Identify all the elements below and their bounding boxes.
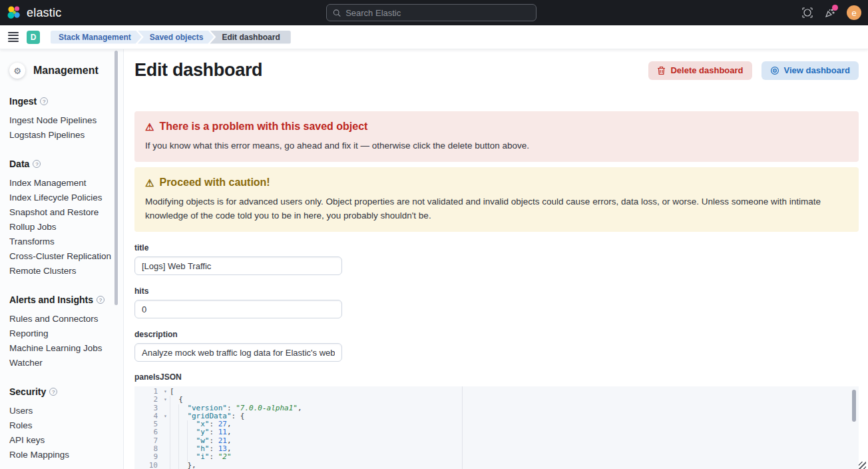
search-input[interactable] [345,8,530,18]
notification-dot [832,5,838,11]
title-field-group: title [134,243,859,275]
title-field-label: title [134,243,859,252]
sidebar-scrollbar[interactable] [114,51,118,305]
hits-field[interactable] [134,300,342,318]
line-number: 10 [134,462,161,469]
sidebar-item-api-keys[interactable]: API keys [9,433,114,448]
sidebar-item-index-lifecycle-policies[interactable]: Index Lifecycle Policies [9,191,114,205]
code-line: 9"i": "2" [134,453,859,461]
sidebar-item-watcher[interactable]: Watcher [9,356,114,370]
sidebar-item-transforms[interactable]: Transforms [9,234,114,249]
warning-icon: ⚠ [145,178,154,188]
sidebar-item-machine-learning-jobs[interactable]: Machine Learning Jobs [9,341,114,356]
space-avatar[interactable]: D [27,31,40,44]
description-field-group: description [134,330,859,362]
line-number: 9 [134,453,161,461]
fold-spacer [161,462,170,469]
brand-name: elastic [27,6,61,20]
sidebar-item-remote-clusters[interactable]: Remote Clusters [9,264,114,278]
view-dashboard-button[interactable]: View dashboard [761,61,859,80]
title-field[interactable] [134,256,342,275]
sidebar-item-index-management[interactable]: Index Management [9,176,114,191]
error-callout-body: If you know what this error means, go ah… [145,139,848,153]
sidebar-item-role-mappings[interactable]: Role Mappings [9,448,114,462]
breadcrumb-saved-objects[interactable]: Saved objects [138,31,214,44]
fold-spacer [161,404,170,412]
help-icon: ? [40,97,48,105]
sidebar-item-ingest-node-pipelines[interactable]: Ingest Node Pipelines [9,113,114,128]
search-icon [333,9,341,17]
code-line: 4▾"gridData": { [134,412,859,420]
fold-spacer [161,445,170,453]
management-sidebar: ⚙ Management Ingest?Ingest Node Pipeline… [0,49,124,469]
line-number: 2 [134,396,161,404]
global-search[interactable] [326,4,537,21]
sidebar-item-roles[interactable]: Roles [9,418,114,433]
top-header-bar: elastic e [0,0,868,25]
fold-spacer [161,420,170,428]
fold-arrow-icon[interactable]: ▾ [161,396,170,404]
warning-callout-title: Proceed with caution! [159,177,270,189]
sidebar-section-alerts-and-insights: Alerts and Insights? [9,294,114,305]
alert-icon: ⚠ [145,122,154,132]
panelsjson-label: panelsJSON [134,372,859,382]
code-line: 1▾[ [134,388,859,396]
sidebar-item-rules-and-connectors[interactable]: Rules and Connectors [9,312,114,326]
trash-icon [657,66,666,75]
fold-spacer [161,428,170,436]
user-avatar[interactable]: e [847,5,861,20]
fold-arrow-icon[interactable]: ▾ [161,388,170,396]
breadcrumb-bar: D Stack ManagementSaved objectsEdit dash… [0,25,868,49]
code-line: 6"y": 11, [134,428,859,436]
inspect-icon [770,66,779,75]
code-lines: 1▾[2▾{3"version": "7.0.0-alpha1",4▾"grid… [134,386,859,469]
code-line: 7"w": 21, [134,437,859,445]
editor-scrollbar[interactable] [852,390,856,422]
code-line: 10}, [134,462,859,469]
breadcrumb-edit-dashboard: Edit dashboard [210,31,290,44]
fold-arrow-icon[interactable]: ▾ [161,412,170,420]
newsfeed-icon[interactable] [824,7,836,19]
error-callout: ⚠ There is a problem with this saved obj… [134,111,859,162]
elastic-home-link[interactable]: elastic [0,5,61,20]
hits-field-group: hits [134,286,859,318]
fold-spacer [161,437,170,445]
warning-callout-body: Modifying objects is for advanced users … [145,195,848,223]
sidebar-section-ingest: Ingest? [9,96,114,107]
code-line: 5"x": 27, [134,420,859,428]
sidebar-item-reporting[interactable]: Reporting [9,326,114,341]
elastic-logo-icon [7,5,21,20]
hits-field-label: hits [134,286,859,296]
sidebar-section-data: Data? [9,159,114,169]
sidebar-item-rollup-jobs[interactable]: Rollup Jobs [9,220,114,234]
breadcrumbs: Stack ManagementSaved objectsEdit dashbo… [51,31,291,44]
fold-spacer [161,453,170,461]
delete-dashboard-button[interactable]: Delete dashboard [648,61,752,80]
sidebar-item-snapshot-and-restore[interactable]: Snapshot and Restore [9,205,114,220]
editor-resize-handle[interactable] [859,462,866,469]
description-field-label: description [134,330,859,339]
gear-icon: ⚙ [9,63,25,79]
line-number: 6 [134,428,161,436]
code-line: 8"h": 13, [134,445,859,453]
sidebar-item-cross-cluster-replication[interactable]: Cross-Cluster Replication [9,249,114,264]
help-icon: ? [33,160,41,168]
help-icon: ? [49,388,57,396]
menu-icon[interactable] [8,32,19,43]
page-title: Edit dashboard [134,60,262,81]
description-field[interactable] [134,343,342,362]
sidebar-title: ⚙ Management [9,63,114,79]
panelsjson-code-editor[interactable]: 1▾[2▾{3"version": "7.0.0-alpha1",4▾"grid… [134,386,859,469]
help-icon: ? [97,296,105,304]
error-callout-title: There is a problem with this saved objec… [159,121,367,133]
sidebar-section-security: Security? [9,386,114,397]
sidebar-item-users[interactable]: Users [9,404,114,418]
main-content: Edit dashboard Delete dashboard View das… [124,49,868,469]
sidebar-nav: Ingest?Ingest Node PipelinesLogstash Pip… [9,96,114,462]
sidebar-item-logstash-pipelines[interactable]: Logstash Pipelines [9,128,114,143]
breadcrumb-stack-management[interactable]: Stack Management [51,31,142,44]
warning-callout: ⚠ Proceed with caution! Modifying object… [134,167,859,232]
cloud-deployment-icon[interactable] [801,7,813,19]
